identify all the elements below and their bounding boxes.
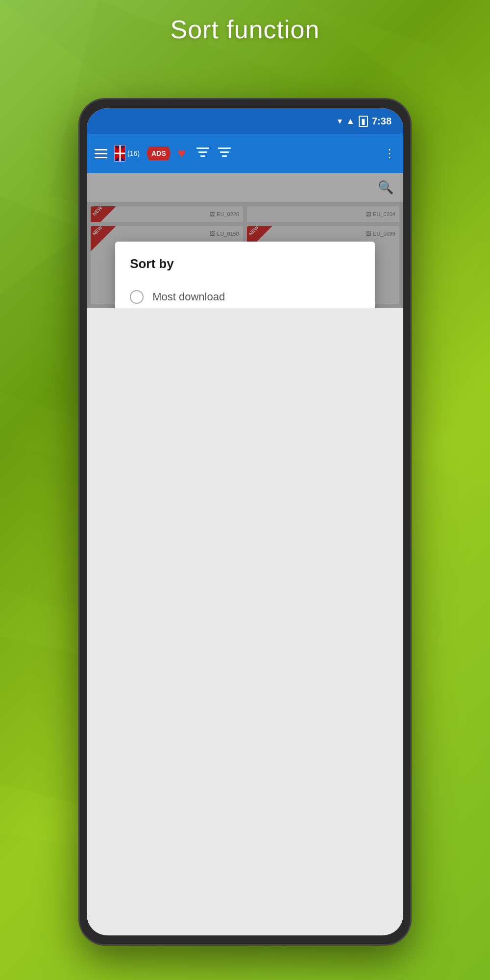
flag-badge[interactable]: (16) — [114, 142, 140, 165]
flag-count: (16) — [127, 149, 140, 157]
svg-rect-18 — [222, 155, 227, 157]
status-icons: ▾ ▲ ▮ 7:38 — [338, 116, 392, 127]
page-title: Sort function — [0, 15, 490, 44]
dialog-title: Sort by — [130, 256, 360, 271]
radio-label-most-download: Most download — [152, 291, 225, 303]
filter1-icon[interactable] — [196, 147, 209, 160]
favorites-icon[interactable]: ♥ — [178, 146, 186, 161]
svg-rect-13 — [196, 147, 209, 149]
battery-icon: ▮ — [359, 116, 368, 127]
hamburger-menu-icon[interactable] — [95, 149, 107, 158]
status-time: 7:38 — [372, 116, 392, 127]
phone-screen: ▾ ▲ ▮ 7:38 (16) — [87, 108, 403, 935]
wifi-icon: ▾ — [338, 116, 342, 126]
main-content: 🔍 🖼 EU_0226 🖼 EU_0204 ♥ ♥ — [87, 173, 403, 308]
status-bar: ▾ ▲ ▮ 7:38 — [87, 108, 403, 134]
dialog-overlay: Sort by Most download Rating Last — [87, 173, 403, 308]
ads-badge[interactable]: ADS — [147, 147, 171, 160]
radio-circle-most-download — [130, 290, 144, 304]
filter2-icon[interactable] — [218, 147, 231, 160]
signal-icon: ▲ — [346, 116, 355, 126]
more-options-icon[interactable]: ⋮ — [384, 147, 395, 160]
svg-rect-16 — [218, 147, 231, 149]
app-bar: (16) ADS ♥ ⋮ — [87, 134, 403, 173]
svg-rect-17 — [220, 151, 229, 153]
sort-dialog: Sort by Most download Rating Last — [115, 242, 375, 308]
svg-rect-14 — [198, 151, 207, 153]
radio-option-most-download[interactable]: Most download — [130, 283, 360, 308]
svg-rect-15 — [200, 155, 205, 157]
phone-frame: ▾ ▲ ▮ 7:38 (16) — [78, 98, 412, 946]
